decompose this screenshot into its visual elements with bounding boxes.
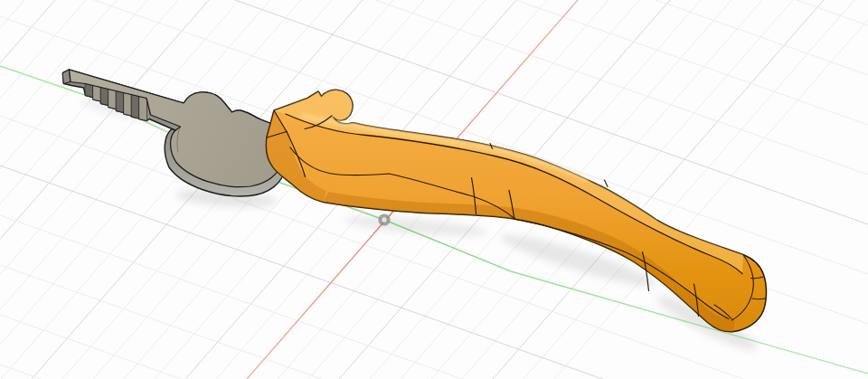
cad-viewport[interactable] (0, 0, 868, 379)
origin-indicator[interactable] (378, 213, 390, 225)
jaw-tooth-facet (132, 95, 140, 119)
jaw-tooth-facet (93, 86, 101, 102)
origin-center-dot (382, 217, 386, 222)
jaw-tooth-facet (108, 90, 117, 109)
scene-canvas[interactable] (0, 0, 868, 379)
jaw-tooth-facet (124, 93, 132, 117)
jaw-tooth-facet (117, 91, 125, 113)
jaw-tooth-facet (139, 97, 147, 121)
jaw-tooth-facet (101, 88, 109, 106)
